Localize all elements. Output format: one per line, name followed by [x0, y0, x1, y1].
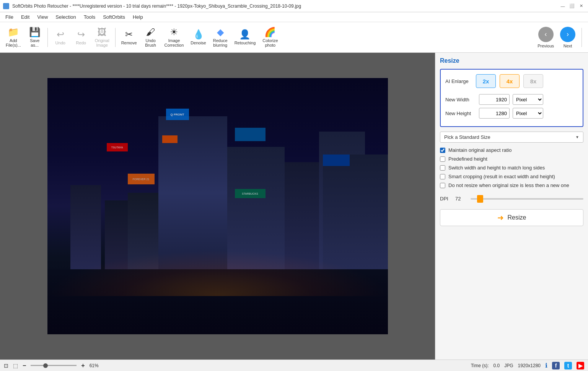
width-input[interactable] [479, 94, 510, 105]
zoom-minus-button[interactable]: − [23, 362, 26, 369]
save-as-button[interactable]: 💾 Save as... [25, 24, 44, 50]
add-file-label: Add File(s)... [6, 38, 21, 47]
status-bar: ⊡ ⬚ − + 61% Time (s): 0.0 JPG 1920x1280 … [0, 360, 588, 371]
correction-icon: ☀ [170, 28, 178, 37]
window-title: SoftOrbits Photo Retoucher - ****Unregis… [12, 3, 556, 9]
remove-button[interactable]: ✂ Remove [119, 24, 140, 50]
undo-icon: ↩ [57, 30, 64, 39]
maintain-aspect-checkbox[interactable] [440, 148, 445, 153]
blur-icon: ◆ [217, 28, 224, 37]
colorize-button[interactable]: 🌈 Colorize photo [260, 24, 280, 50]
no-resize-label[interactable]: Do not resize when original size is less… [448, 182, 569, 188]
remove-icon: ✂ [125, 30, 133, 39]
ai-2x-button[interactable]: 2x [476, 74, 496, 88]
checkboxes-section: Maintain original aspect ratio Predefine… [440, 147, 583, 191]
time-label: Time (s): [471, 363, 489, 368]
checkbox-predefined-height: Predefined height [440, 156, 583, 162]
frame-icon[interactable]: ⬚ [13, 363, 18, 369]
menu-help[interactable]: Help [129, 12, 147, 22]
dropdown-arrow-icon: ▼ [575, 135, 579, 139]
facebook-icon[interactable]: f [552, 362, 560, 369]
width-label: New Width [445, 97, 476, 103]
zoom-percent: 61% [90, 363, 99, 368]
image-canvas: Q FRONT TSUTAYA FOREVER 21 STARBUCKS [47, 78, 388, 334]
no-resize-checkbox[interactable] [440, 183, 445, 188]
status-right: Time (s): 0.0 JPG 1920x1280 ℹ f t ▶ [471, 362, 584, 369]
app-icon [3, 3, 9, 9]
dpi-value: 72 [455, 196, 467, 202]
undo-button[interactable]: ↩ Undo [51, 24, 70, 50]
retouching-button[interactable]: 👤 Retouching [232, 24, 259, 50]
retouch-icon: 👤 [239, 30, 251, 39]
menu-view[interactable]: View [33, 12, 52, 22]
menu-bar: File Edit View Selection Tools SoftOrbit… [0, 12, 588, 22]
toolbar: 📁 Add File(s)... 💾 Save as... ↩ Undo ↪ R… [0, 22, 588, 53]
redo-button[interactable]: ↪ Redo [72, 24, 91, 50]
previous-button[interactable]: ‹ [538, 27, 554, 42]
redo-label: Redo [76, 41, 86, 45]
brush-label: Undo Brush [145, 38, 156, 47]
switch-wh-label[interactable]: Switch width and height to match long si… [448, 165, 545, 171]
maintain-aspect-label[interactable]: Maintain original aspect ratio [448, 147, 511, 153]
original-label: Original Image [95, 38, 109, 47]
resize-box: AI Enlarge 2x 4x 8x New Width Pixel % [440, 69, 583, 127]
colorize-icon: 🌈 [264, 28, 276, 37]
format-label: JPG [504, 363, 513, 368]
image-correction-button[interactable]: ☀ Image Correction [162, 24, 187, 50]
right-panel: Resize AI Enlarge 2x 4x 8x New Width [435, 53, 588, 360]
menu-edit[interactable]: Edit [17, 12, 33, 22]
predefined-height-label[interactable]: Predefined height [448, 156, 487, 162]
remove-label: Remove [121, 41, 137, 45]
separator-2 [115, 28, 116, 47]
height-label: New Height [445, 111, 476, 116]
ai-8x-button[interactable]: 8x [523, 74, 543, 88]
height-input[interactable] [479, 108, 510, 119]
resize-button[interactable]: ➜ Resize [440, 209, 583, 226]
separator-1 [47, 28, 48, 47]
main-content: Q FRONT TSUTAYA FOREVER 21 STARBUCKS Res… [0, 53, 588, 360]
denoise-icon: 💧 [193, 30, 204, 39]
width-unit-select[interactable]: Pixel % cm inch [513, 94, 543, 105]
minimize-button[interactable]: — [559, 2, 567, 10]
switch-width-height-checkbox[interactable] [440, 165, 445, 171]
smart-crop-label[interactable]: Smart cropping (result in exact width an… [448, 174, 555, 179]
ai-4x-button[interactable]: 4x [500, 74, 520, 88]
previous-label: Previous [538, 44, 554, 48]
info-icon[interactable]: ℹ [545, 362, 547, 369]
standard-size-dropdown[interactable]: Pick a Standard Size ▼ [440, 132, 583, 143]
reduce-blurring-button[interactable]: ◆ Reduce blurring [210, 24, 230, 50]
save-icon: 💾 [29, 28, 41, 37]
dpi-slider[interactable] [471, 198, 583, 200]
menu-file[interactable]: File [2, 12, 17, 22]
window-controls: — ⬜ ✕ [559, 2, 585, 10]
undo-brush-button[interactable]: 🖌 Undo Brush [141, 24, 160, 50]
zoom-plus-button[interactable]: + [81, 362, 85, 369]
menu-selection[interactable]: Selection [52, 12, 80, 22]
denoise-button[interactable]: 💧 Denoise [188, 24, 208, 50]
twitter-icon[interactable]: t [564, 362, 572, 369]
add-file-button[interactable]: 📁 Add File(s)... [3, 24, 24, 50]
checkbox-smart-crop: Smart cropping (result in exact width an… [440, 174, 583, 179]
maximize-button[interactable]: ⬜ [568, 2, 576, 10]
predefined-height-checkbox[interactable] [440, 156, 445, 162]
youtube-icon[interactable]: ▶ [577, 362, 584, 369]
fit-icon[interactable]: ⊡ [4, 363, 8, 369]
denoise-label: Denoise [191, 41, 206, 45]
menu-softorbits[interactable]: SoftOrbits [99, 12, 129, 22]
close-button[interactable]: ✕ [577, 2, 585, 10]
original-image-button[interactable]: 🖼 Original Image [92, 24, 112, 50]
height-unit-select[interactable]: Pixel % cm inch [513, 108, 543, 119]
ai-enlarge-row: AI Enlarge 2x 4x 8x [445, 74, 578, 88]
panel-title: Resize [440, 57, 583, 64]
next-label: Next [564, 44, 572, 48]
brush-icon: 🖌 [146, 28, 155, 37]
zoom-slider[interactable] [31, 365, 77, 366]
checkbox-maintain-aspect: Maintain original aspect ratio [440, 147, 583, 153]
nav-section: ‹ Previous › Next [538, 27, 585, 48]
smart-cropping-checkbox[interactable] [440, 174, 445, 179]
menu-tools[interactable]: Tools [80, 12, 99, 22]
dpi-label: DPI [440, 196, 451, 202]
colorize-label: Colorize photo [262, 38, 278, 47]
retouch-label: Retouching [235, 41, 256, 45]
next-button[interactable]: › [560, 27, 575, 42]
